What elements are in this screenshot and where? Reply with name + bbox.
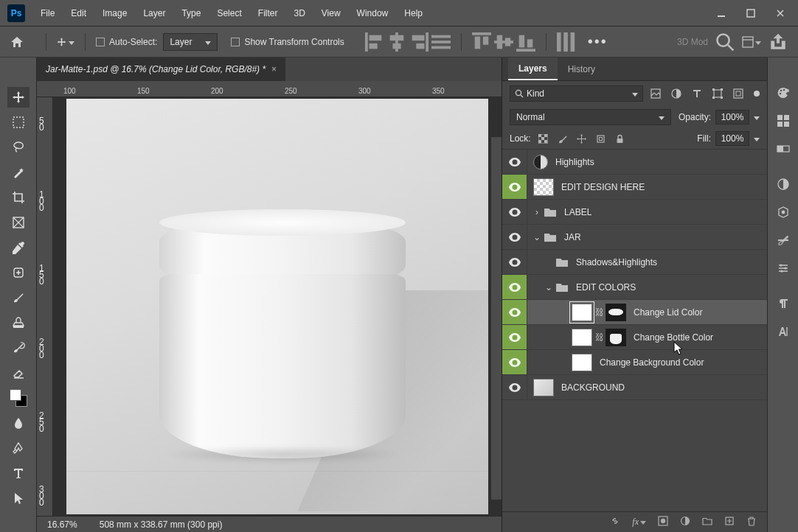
layer-name[interactable]: Change Lid Color [626,307,702,318]
move-tool-icon[interactable] [57,33,74,51]
move-tool[interactable] [7,87,30,108]
layer-name[interactable]: Change Background Color [592,357,704,368]
layer-row-highlights[interactable]: Highlights [502,150,767,175]
collapse-chevron-icon[interactable]: ⌄ [533,232,541,242]
visibility-toggle[interactable] [502,375,527,399]
lock-transparency-icon[interactable] [537,132,550,145]
tab-history[interactable]: History [558,57,606,80]
filter-shape-icon[interactable] [709,86,726,101]
fill-input[interactable]: 100% [715,131,749,146]
layer-name[interactable]: EDIT COLORS [569,282,636,293]
layer-name[interactable]: Change Bottle Color [626,332,713,343]
canvas[interactable] [66,99,488,514]
layer-row-sh_hl[interactable]: Shadows&Highlights [502,250,767,275]
pen-tool[interactable] [7,438,30,458]
layer-name[interactable]: LABEL [557,207,591,217]
align-justify-icon[interactable] [431,34,451,50]
filter-adjustment-icon[interactable] [668,86,684,101]
expand-chevron-icon[interactable]: › [533,207,541,217]
visibility-toggle[interactable] [502,350,527,374]
align-top-icon[interactable] [472,34,491,50]
magic-wand-tool[interactable] [7,162,30,183]
lasso-tool[interactable] [7,137,30,158]
menu-edit[interactable]: Edit [63,4,94,23]
filter-pixel-icon[interactable] [648,86,664,101]
add-mask-icon[interactable] [658,516,668,528]
close-button[interactable] [766,3,795,24]
share-icon[interactable] [768,34,788,50]
layer-filter-kind-dropdown[interactable]: Kind [510,85,643,102]
visibility-toggle[interactable] [502,300,527,324]
layer-style-icon[interactable]: fx [632,517,646,528]
layer-row-edit_design[interactable]: EDIT DESIGN HERE [502,175,767,200]
more-options-button[interactable]: ••• [582,33,614,50]
layer-name[interactable]: Shadows&Highlights [569,257,657,267]
search-icon[interactable] [715,34,735,50]
auto-select-target-dropdown[interactable]: Layer [163,33,218,51]
brushes-panel-icon[interactable] [774,231,792,249]
link-layers-icon[interactable] [610,516,620,528]
ruler-horizontal[interactable]: 100 150 200 250 300 350 [37,81,502,97]
new-layer-icon[interactable] [724,516,735,528]
layer-row-edit_colors[interactable]: ⌄EDIT COLORS [502,275,767,300]
layer-name[interactable]: EDIT DESIGN HERE [554,182,645,192]
properties-panel-icon[interactable] [774,259,792,277]
marquee-tool[interactable] [7,112,30,133]
auto-select-checkbox[interactable]: Auto-Select: [96,37,157,47]
tab-layers[interactable]: Layers [508,57,558,80]
menu-view[interactable]: View [313,4,349,23]
layer-name[interactable]: Highlights [548,157,594,167]
path-selection-tool[interactable] [7,488,30,508]
eraser-tool[interactable] [7,363,30,383]
foreground-background-colors[interactable] [7,388,30,408]
delete-layer-icon[interactable] [746,516,757,528]
layer-row-bottle_color[interactable]: ⛓Change Bottle Color [502,325,767,350]
visibility-toggle[interactable] [502,250,527,274]
visibility-toggle[interactable] [502,325,527,349]
gradients-panel-icon[interactable] [774,140,792,158]
character-panel-icon[interactable] [774,323,792,340]
zoom-value[interactable]: 16.67% [47,519,77,530]
eyedropper-tool[interactable] [7,237,30,258]
home-button[interactable] [6,32,28,52]
layer-row-bg_color[interactable]: Change Background Color [502,350,767,375]
menu-file[interactable]: File [32,4,63,23]
type-tool[interactable] [7,463,30,483]
distribute-icon[interactable] [557,34,576,50]
menu-3d[interactable]: 3D [285,4,313,23]
crop-tool[interactable] [7,187,30,208]
libraries-panel-icon[interactable] [774,203,792,221]
document-dimensions[interactable]: 508 mm x 338.67 mm (300 ppi) [100,519,223,530]
visibility-toggle[interactable] [502,200,527,224]
collapse-chevron-icon[interactable]: ⌄ [545,282,552,293]
filter-type-icon[interactable] [689,86,705,101]
lock-image-icon[interactable] [556,132,569,145]
history-brush-tool[interactable] [7,337,30,358]
healing-brush-tool[interactable] [7,262,30,283]
menu-layer[interactable]: Layer [135,4,173,23]
mask-thumbnail[interactable] [606,304,626,321]
menu-image[interactable]: Image [94,4,135,23]
align-right-icon[interactable] [409,34,429,50]
new-group-icon[interactable] [702,516,712,528]
minimize-button[interactable] [707,3,736,24]
layer-row-jar[interactable]: ⌄JAR [502,225,767,250]
chevron-down-icon[interactable] [754,133,760,144]
menu-help[interactable]: Help [396,4,431,23]
close-tab-button[interactable]: × [271,64,277,74]
filter-toggle[interactable] [754,91,760,97]
lock-position-icon[interactable] [575,132,589,145]
foreground-color-swatch[interactable] [10,389,21,401]
align-bottom-icon[interactable] [516,34,535,50]
show-transform-checkbox[interactable]: Show Transform Controls [231,37,344,47]
maximize-button[interactable] [736,3,766,24]
lock-all-icon[interactable] [614,132,627,145]
visibility-toggle[interactable] [502,275,527,299]
arrange-documents-icon[interactable] [742,34,761,50]
brush-tool[interactable] [7,287,30,308]
visibility-toggle[interactable] [502,225,527,249]
filter-smart-icon[interactable] [730,86,746,101]
align-center-h-icon[interactable] [387,34,406,50]
layer-name[interactable]: JAR [557,232,581,242]
mask-link-icon[interactable]: ⛓ [595,332,603,343]
